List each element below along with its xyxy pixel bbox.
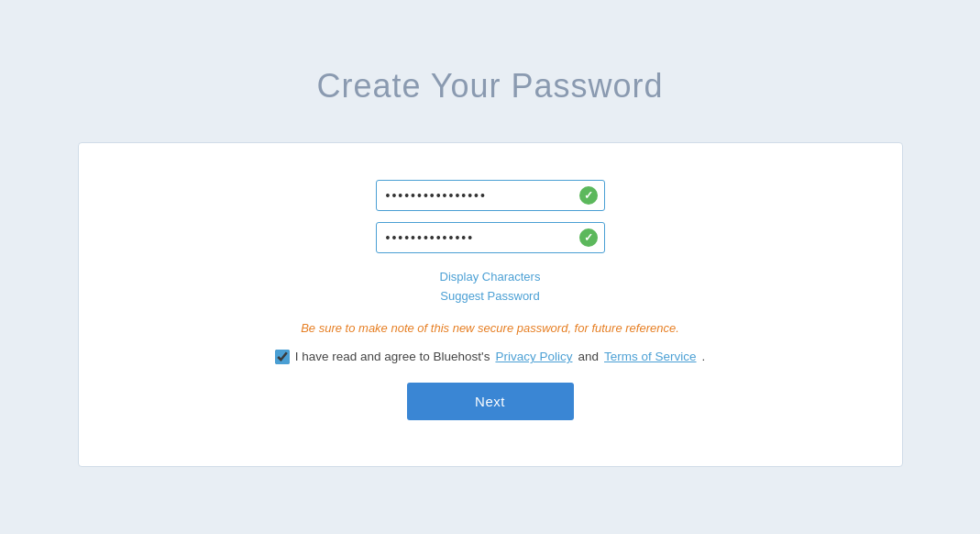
password-card: Display Characters Suggest Password Be s… [78,142,903,467]
password-links: Display Characters Suggest Password [440,268,541,306]
and-text: and [578,350,599,363]
agree-row: I have read and agree to Bluehost's Priv… [275,350,706,364]
password2-check-icon [579,228,598,247]
display-characters-link[interactable]: Display Characters [440,268,541,287]
period-text: . [702,350,706,363]
password1-wrapper [376,180,605,211]
password2-wrapper [376,222,605,253]
password1-check-icon [579,186,598,205]
warning-text: Be sure to make note of this new secure … [301,321,679,335]
agree-prefix-text: I have read and agree to Bluehost's [295,350,490,363]
suggest-password-link[interactable]: Suggest Password [440,287,539,306]
password2-input[interactable] [376,222,605,253]
privacy-policy-link[interactable]: Privacy Policy [495,350,572,363]
password1-input[interactable] [376,180,605,211]
next-button[interactable]: Next [407,383,574,420]
terms-link[interactable]: Terms of Service [604,350,697,363]
page-title: Create Your Password [316,67,663,106]
agree-checkbox[interactable] [275,350,290,364]
